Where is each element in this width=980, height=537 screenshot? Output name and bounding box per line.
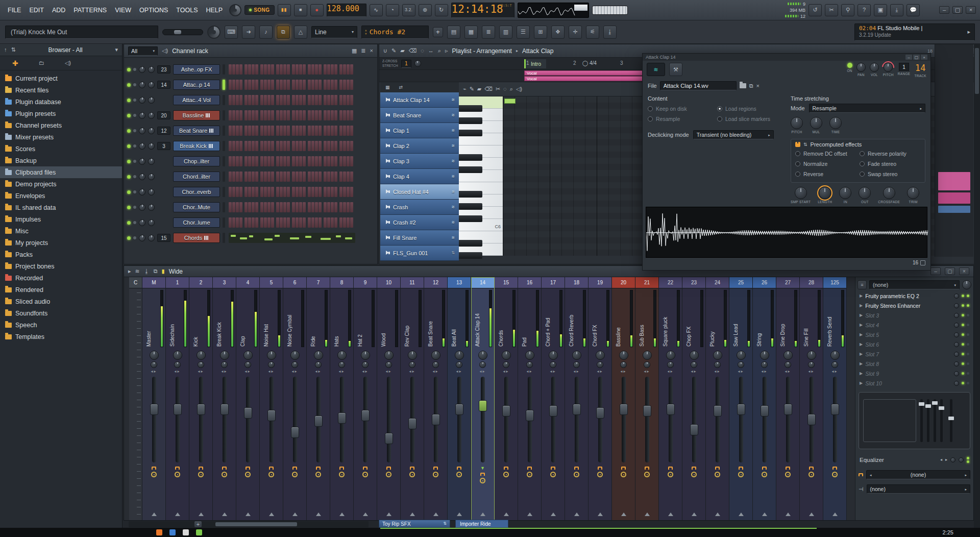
fx-slot-9[interactable]: ▶ Slot 9 xyxy=(857,369,971,378)
pan-knob[interactable] xyxy=(361,351,370,360)
channel-button-attac-4-vol[interactable]: Attac..4 Vol xyxy=(173,95,220,105)
step-cell[interactable] xyxy=(324,187,327,197)
step-cell[interactable] xyxy=(292,80,295,90)
channel-pan-knob[interactable] xyxy=(139,112,145,119)
option-load-regions[interactable]: Load regions xyxy=(717,104,783,114)
step-cell[interactable] xyxy=(252,202,255,212)
volume-fader[interactable] xyxy=(504,377,508,462)
step-cell[interactable] xyxy=(311,217,314,228)
channel-pan-knob[interactable] xyxy=(139,128,145,134)
step-cell[interactable] xyxy=(267,64,271,75)
step-cell[interactable] xyxy=(296,80,299,90)
step-cell[interactable] xyxy=(229,64,232,75)
browser-item-plugin-presets[interactable]: Plugin presets xyxy=(0,108,122,119)
step-cell[interactable] xyxy=(350,95,353,105)
slot-mix-knob[interactable] xyxy=(954,381,959,386)
volume-fader[interactable] xyxy=(716,377,720,462)
mixer-track-name[interactable]: Saw Lead xyxy=(733,291,739,347)
step-cell[interactable] xyxy=(255,110,258,120)
pan-knob[interactable] xyxy=(478,351,487,360)
step-cell[interactable] xyxy=(252,141,255,151)
stereo-sep-knob[interactable] xyxy=(573,361,580,368)
channel-volume-knob[interactable] xyxy=(148,143,155,150)
knob[interactable] xyxy=(839,187,851,199)
mixer-strip-19[interactable]: 19 Chord FX ◂▸ xyxy=(589,277,612,520)
slot-mix-knob[interactable] xyxy=(954,352,959,357)
fx-plug-icon[interactable] xyxy=(739,467,743,470)
link-arrows-icon[interactable]: ◂▸ xyxy=(761,369,767,374)
cut-icon[interactable]: ✂ xyxy=(496,86,500,92)
step-cell[interactable] xyxy=(296,187,299,197)
step-cell[interactable] xyxy=(276,187,279,197)
channel-volume-knob[interactable] xyxy=(148,66,155,73)
stereo-sep-knob[interactable] xyxy=(714,361,721,368)
fader-handle[interactable] xyxy=(197,404,205,415)
volume-fader[interactable] xyxy=(434,377,438,462)
delete-icon[interactable]: ⌫ xyxy=(409,48,417,54)
step-cell[interactable] xyxy=(229,126,232,136)
link-arrows-icon[interactable]: ◂▸ xyxy=(315,369,321,374)
browser-item-recent-files[interactable]: Recent files xyxy=(0,84,122,96)
link-arrows-icon[interactable]: ◂▸ xyxy=(268,369,274,374)
route-arrow-icon[interactable] xyxy=(645,512,650,516)
step-cell[interactable] xyxy=(232,110,235,120)
fx-plug-icon[interactable] xyxy=(692,467,696,470)
browser-item-impulses[interactable]: Impulses xyxy=(0,213,122,225)
step-cell[interactable] xyxy=(318,126,322,136)
step-cell[interactable] xyxy=(299,95,302,105)
channel-volume-knob[interactable] xyxy=(148,82,155,88)
mixer-track-number[interactable]: 22 xyxy=(659,277,682,288)
step-cell[interactable] xyxy=(267,172,271,182)
route-arrow-icon[interactable] xyxy=(786,512,791,516)
step-cell[interactable] xyxy=(252,110,255,120)
slot-mix-knob[interactable] xyxy=(954,371,959,376)
option-reverse-polarity[interactable]: Reverse polarity xyxy=(860,149,921,159)
mixer-track-number[interactable]: M xyxy=(142,277,165,288)
channel-pan-knob[interactable] xyxy=(139,158,145,165)
stereo-sep-knob[interactable] xyxy=(174,361,181,368)
link-arrows-icon[interactable]: ◂▸ xyxy=(573,369,579,374)
step-cell[interactable] xyxy=(324,156,327,166)
pan-knob[interactable] xyxy=(643,351,652,360)
browser-item-channel-presets[interactable]: Channel presets xyxy=(0,119,122,131)
pan-knob[interactable] xyxy=(737,351,746,360)
fx-plug-icon[interactable] xyxy=(480,473,485,476)
step-cell[interactable] xyxy=(315,126,318,136)
step-cell[interactable] xyxy=(327,172,330,182)
pan-knob[interactable] xyxy=(713,351,722,360)
step-cell[interactable] xyxy=(267,95,271,105)
channel-target-dot[interactable] xyxy=(133,114,136,117)
volume-fader[interactable] xyxy=(645,377,649,462)
step-cell[interactable] xyxy=(318,172,322,182)
volume-fader[interactable] xyxy=(481,377,485,462)
step-cell[interactable] xyxy=(292,187,295,197)
step-cell[interactable] xyxy=(327,217,330,228)
mixer-maximize-button[interactable]: ▢ xyxy=(945,267,955,275)
mixer-track-name[interactable]: Sine Drop xyxy=(780,291,786,347)
channel-enable-led[interactable] xyxy=(127,114,131,117)
zoom-tool-icon[interactable]: ⌕ xyxy=(438,48,441,54)
step-cell[interactable] xyxy=(283,156,286,166)
step-cell[interactable] xyxy=(248,187,251,197)
step-cell[interactable] xyxy=(331,187,334,197)
folder-tab-icon[interactable]: 🗀 xyxy=(39,60,44,66)
step-cell[interactable] xyxy=(327,156,330,166)
sample-minimize-icon[interactable]: – xyxy=(905,55,912,60)
spinner-updown-icon[interactable]: ⇅ xyxy=(451,251,455,255)
piano-black-key[interactable] xyxy=(459,154,482,161)
pause-button[interactable]: ▮▮ xyxy=(278,4,291,16)
link-arrows-icon[interactable]: ◂▸ xyxy=(831,369,838,374)
oscilloscope[interactable] xyxy=(518,3,589,18)
clip-item-closed-hat-4[interactable]: Closed Hat #4 ≋ xyxy=(380,184,459,200)
sample-knob-trim[interactable]: TRIM xyxy=(907,187,919,204)
route-arrow-icon[interactable] xyxy=(621,512,626,516)
slot-mix-knob[interactable] xyxy=(954,342,959,347)
menu-help[interactable]: HELP xyxy=(203,4,227,16)
window-minimize-button[interactable]: – xyxy=(939,6,949,14)
fx-slot-8[interactable]: ▶ Slot 8 xyxy=(857,359,971,369)
add-plus-icon[interactable]: ✚ xyxy=(12,60,18,67)
typing-keyboard-button[interactable]: ⌨ xyxy=(225,26,238,39)
chevron-right-icon[interactable]: ▸ xyxy=(967,29,970,35)
step-cell[interactable] xyxy=(229,202,232,212)
mixer-track-number[interactable]: 18 xyxy=(565,277,588,288)
